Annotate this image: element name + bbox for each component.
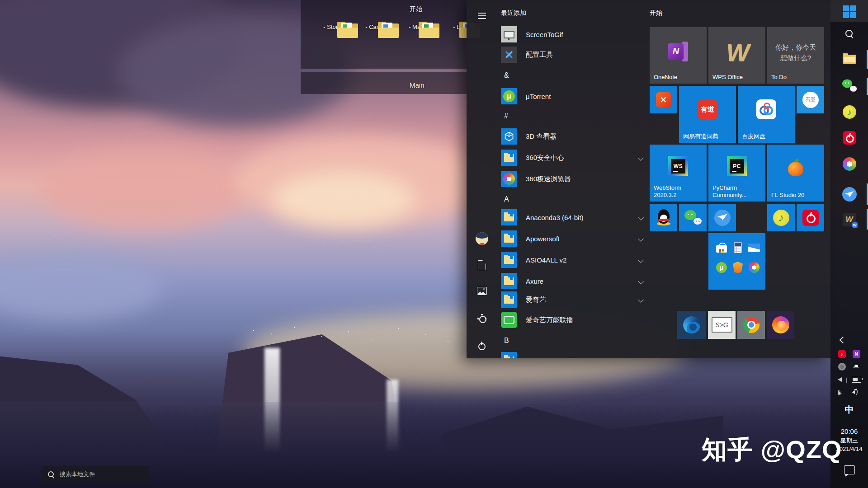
chevron-down-icon[interactable] xyxy=(638,236,644,242)
documents-button[interactable] xyxy=(467,256,497,274)
tile-pycharm[interactable]: PC PyCharm Community... xyxy=(708,145,765,202)
tile-folder-group[interactable]: μ xyxy=(708,233,765,290)
power-icon xyxy=(478,342,486,350)
qq-music-taskbar-button[interactable]: ♪ xyxy=(830,105,868,119)
windows-logo-icon[interactable] xyxy=(830,4,868,19)
tile-netease-music[interactable] xyxy=(797,204,824,231)
file-explorer-button[interactable] xyxy=(830,52,868,66)
start-menu: 最近添加 ScreenToGif 配置工具 & μ μTorrent # 3D … xyxy=(467,0,830,358)
chevron-down-icon[interactable] xyxy=(638,215,644,221)
app-item-bitcomet[interactable]: BitComet (64-bit) xyxy=(497,352,651,358)
360-browser-taskbar-button[interactable] xyxy=(830,157,868,171)
tile-firefox[interactable] xyxy=(767,311,794,339)
tile-fl-studio[interactable]: FL Studio 20 xyxy=(767,145,824,202)
pictures-button[interactable] xyxy=(467,282,497,300)
tile-chrome[interactable] xyxy=(737,311,765,339)
tile-xunlei[interactable]: ✕ xyxy=(650,86,677,113)
desktop-search-bar[interactable]: 搜索本地文件 xyxy=(42,466,149,483)
wps-taskbar-button[interactable]: WW xyxy=(830,211,868,228)
app-item-iqiyi-player[interactable]: 爱奇艺万能联播 xyxy=(497,312,651,328)
section-ampersand[interactable]: & xyxy=(504,71,520,80)
app-item-360-browser[interactable]: 360极速浏览器 xyxy=(497,171,651,187)
network-signal-icon[interactable] xyxy=(836,388,848,397)
app-item-asio4all[interactable]: ASIO4ALL v2 xyxy=(497,252,651,268)
app-item-utorrent[interactable]: μ μTorrent xyxy=(497,88,651,104)
webstorm-icon: WS xyxy=(650,145,707,188)
power-button[interactable] xyxy=(467,337,497,355)
app-folder-icon xyxy=(501,230,517,247)
tile-onenote[interactable]: N OneNote xyxy=(650,27,707,84)
tile-qq[interactable] xyxy=(650,204,677,231)
app-item-config-tools[interactable]: 配置工具 xyxy=(497,47,651,63)
desktop-folder-career[interactable]: - Career - xyxy=(360,22,396,30)
section-a[interactable]: A xyxy=(504,195,520,203)
screentogif-icon xyxy=(501,26,517,42)
battery-icon[interactable] xyxy=(850,376,862,383)
config-tools-icon xyxy=(501,47,517,63)
tile-wechat[interactable] xyxy=(679,204,707,231)
dingtalk-taskbar-button[interactable] xyxy=(830,186,868,202)
fl-studio-icon xyxy=(767,145,824,192)
shimo-icon: 石墨 xyxy=(797,86,824,113)
calculator-icon xyxy=(731,241,745,254)
app-item-anaconda3[interactable]: Anaconda3 (64-bit) xyxy=(497,209,651,225)
volume-icon[interactable]: ) xyxy=(850,388,862,397)
taskbar-search-button[interactable] xyxy=(830,27,868,41)
tile-dingtalk[interactable] xyxy=(708,204,736,231)
qq-music-icon: ♪ xyxy=(843,105,856,119)
app-item-screentogif[interactable]: ScreenToGif xyxy=(497,26,651,42)
iqiyi-player-icon xyxy=(501,312,517,328)
desktop-folder-main[interactable]: - Main - xyxy=(401,22,437,30)
tray-qq-icon[interactable] xyxy=(850,361,862,371)
tile-shimo-docs[interactable]: 石墨 xyxy=(797,86,824,113)
tray-app-icon[interactable] xyxy=(836,361,848,371)
tray-netease-icon[interactable]: ♪ xyxy=(836,349,848,359)
ime-indicator[interactable]: 中 xyxy=(830,404,868,416)
app-item-3d-viewer[interactable]: 3D 查看器 xyxy=(497,128,651,145)
chevron-down-icon[interactable] xyxy=(638,297,644,303)
netease-music-taskbar-button[interactable] xyxy=(830,131,868,145)
tile-baidu-netdisk[interactable]: 百度网盘 xyxy=(738,86,795,143)
tile-screentogif[interactable]: S>G xyxy=(708,311,736,339)
xunlei-icon: ✕ xyxy=(650,86,677,113)
menu-expand-button[interactable] xyxy=(467,7,497,25)
wechat-taskbar-button[interactable] xyxy=(830,79,868,93)
tile-youdao-dict[interactable]: 有道 网易有道词典 xyxy=(679,86,736,143)
watermark: 知乎 @QZQ xyxy=(702,433,842,467)
app-item-apowersoft[interactable]: Apowersoft xyxy=(497,230,651,247)
chevron-down-icon[interactable] xyxy=(638,155,644,161)
cloud-pink-1 xyxy=(41,149,249,230)
search-icon xyxy=(48,471,54,478)
tile-todo[interactable]: 你好，你今天想做什么? To Do xyxy=(767,27,824,84)
tray-onenote-icon[interactable]: N xyxy=(850,349,862,359)
desktop-region-1-title: 开始 xyxy=(410,5,422,14)
chrome-icon xyxy=(737,311,765,339)
desktop-folder-storage[interactable]: - Storage - xyxy=(319,22,355,30)
app-folder-icon xyxy=(501,273,517,289)
tray-audio-device-icon[interactable] xyxy=(835,375,848,384)
section-b[interactable]: B xyxy=(504,337,520,345)
3d-viewer-cube-icon xyxy=(501,128,517,145)
tile-qq-music[interactable]: ♪ xyxy=(767,204,795,231)
app-item-axure[interactable]: Axure xyxy=(497,273,651,289)
tray-expand-button[interactable] xyxy=(830,335,868,344)
user-account-button[interactable] xyxy=(467,230,497,248)
cloud-cream xyxy=(271,172,416,226)
netease-music-icon xyxy=(843,131,856,145)
app-item-360-security[interactable]: 360安全中心 xyxy=(497,150,651,166)
pictures-icon xyxy=(477,287,487,295)
chevron-down-icon[interactable] xyxy=(638,278,644,284)
app-folder-icon xyxy=(501,209,517,225)
netease-music-icon xyxy=(797,204,824,231)
edge-icon xyxy=(677,311,706,339)
settings-button[interactable] xyxy=(467,310,497,328)
tile-webstorm[interactable]: WS WebStorm 2020.3.2 xyxy=(650,145,707,202)
tile-edge[interactable] xyxy=(677,311,706,339)
tile-wps-office[interactable]: W WPS Office xyxy=(708,27,765,84)
app-folder-icon xyxy=(501,252,517,268)
app-item-iqiyi[interactable]: 爱奇艺 xyxy=(497,291,651,308)
chevron-down-icon[interactable] xyxy=(638,257,644,263)
gear-icon xyxy=(477,314,486,323)
desktop-region-2-title: Main xyxy=(410,81,425,89)
section-hash[interactable]: # xyxy=(504,112,520,120)
